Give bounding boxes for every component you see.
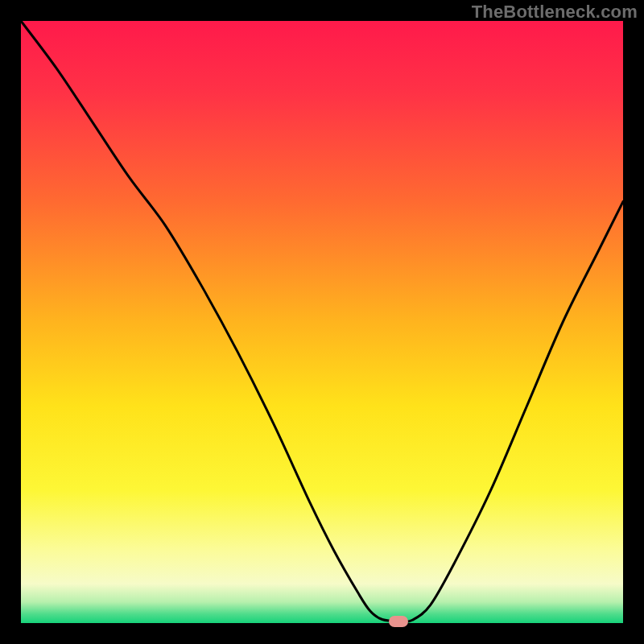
watermark-text: TheBottleneck.com bbox=[472, 2, 638, 23]
plot-area bbox=[21, 21, 623, 623]
chart-svg bbox=[0, 0, 644, 644]
optimum-marker bbox=[389, 616, 408, 627]
chart-stage: TheBottleneck.com bbox=[0, 0, 644, 644]
